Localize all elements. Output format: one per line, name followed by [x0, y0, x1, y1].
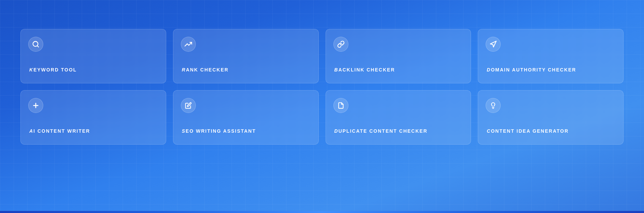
pencil-icon: [181, 98, 196, 113]
page-wrapper: KEYWORD TOOLRANK CHECKERBACKLINK CHECKER…: [0, 0, 644, 213]
tool-label-rest-backlink-checker: ACKLINK CHECKER: [339, 67, 395, 72]
tool-card-domain-authority-checker[interactable]: DOMAIN AUTHORITY CHECKER: [478, 29, 624, 83]
search-icon: [28, 37, 43, 52]
svg-line-1: [37, 46, 38, 47]
tool-card-backlink-checker[interactable]: BACKLINK CHECKER: [326, 29, 471, 83]
tool-label-rest-seo-writing-assistant: EO WRITING ASSISTANT: [186, 128, 256, 134]
tool-label-rank-checker: RANK CHECKER: [182, 67, 229, 73]
tool-label-first-letter-backlink-checker: B: [334, 67, 339, 72]
lightbulb-icon: [486, 98, 501, 113]
tool-card-content-idea-generator[interactable]: CONTENT IDEA GENERATOR: [478, 90, 624, 145]
tool-label-keyword-tool: KEYWORD TOOL: [29, 67, 77, 73]
tool-card-keyword-tool[interactable]: KEYWORD TOOL: [20, 29, 166, 83]
tool-label-rest-rank-checker: ANK CHECKER: [186, 67, 229, 72]
chart-icon: [181, 37, 196, 52]
tool-card-seo-writing-assistant[interactable]: SEO WRITING ASSISTANT: [173, 90, 319, 145]
tool-label-rest-duplicate-content-checker: UPLICATE CONTENT CHECKER: [339, 128, 428, 134]
tool-label-first-letter-content-idea-generator: C: [487, 128, 491, 134]
tool-label-rest-content-idea-generator: ONTENT IDEA GENERATOR: [491, 128, 568, 134]
link-icon: [333, 37, 348, 52]
bottom-bar: [0, 211, 644, 213]
tool-label-first-letter-rank-checker: R: [182, 67, 186, 72]
tool-card-ai-content-writer[interactable]: AI CONTENT WRITER: [20, 90, 166, 145]
tool-label-content-idea-generator: CONTENT IDEA GENERATOR: [487, 128, 569, 134]
tool-card-duplicate-content-checker[interactable]: DUPLICATE CONTENT CHECKER: [326, 90, 471, 145]
tool-label-backlink-checker: BACKLINK CHECKER: [334, 67, 395, 73]
megaphone-icon: [486, 37, 501, 52]
tool-label-first-letter-duplicate-content-checker: D: [334, 128, 339, 134]
tool-label-rest-ai-content-writer: I CONTENT WRITER: [33, 128, 90, 134]
tool-label-ai-content-writer: AI CONTENT WRITER: [29, 128, 90, 134]
tool-label-first-letter-keyword-tool: K: [29, 67, 33, 72]
plus-icon: [28, 98, 43, 113]
document-icon: [333, 98, 348, 113]
tool-label-rest-keyword-tool: EYWORD TOOL: [33, 67, 77, 72]
tool-label-rest-domain-authority-checker: OMAIN AUTHORITY CHECKER: [491, 67, 576, 72]
tools-grid: KEYWORD TOOLRANK CHECKERBACKLINK CHECKER…: [20, 29, 624, 145]
tool-label-duplicate-content-checker: DUPLICATE CONTENT CHECKER: [334, 128, 428, 134]
tool-card-rank-checker[interactable]: RANK CHECKER: [173, 29, 319, 83]
tool-label-first-letter-domain-authority-checker: D: [487, 67, 491, 72]
tool-label-seo-writing-assistant: SEO WRITING ASSISTANT: [182, 128, 256, 134]
tool-label-domain-authority-checker: DOMAIN AUTHORITY CHECKER: [487, 67, 576, 73]
tool-label-first-letter-ai-content-writer: A: [29, 128, 33, 134]
tool-label-first-letter-seo-writing-assistant: S: [182, 128, 186, 134]
